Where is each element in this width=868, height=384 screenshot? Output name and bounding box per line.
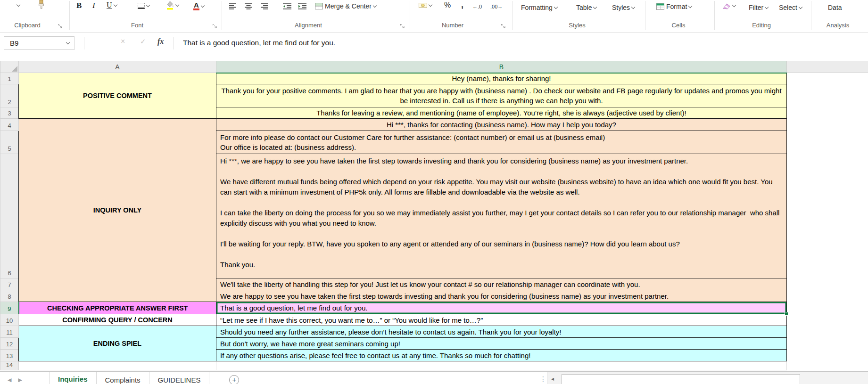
group-label-clipboard: Clipboard — [6, 22, 49, 29]
cell-B3[interactable]: Thanks for leaving a review, and mention… — [216, 107, 787, 119]
enter-button[interactable]: ✓ — [140, 37, 146, 46]
align-center-button[interactable] — [244, 3, 253, 9]
accounting-format-icon — [419, 2, 427, 8]
find-select-button[interactable]: Select — [779, 4, 802, 11]
row-header-2[interactable]: 2 — [0, 84, 19, 107]
cell-B10[interactable]: “Let me see if I have this correct, you … — [216, 314, 787, 326]
chevron-down-icon — [17, 3, 20, 7]
cell-B1[interactable]: Hey (name), thanks for sharing! — [216, 73, 787, 84]
align-left-button[interactable] — [229, 3, 238, 9]
scroll-left-icon[interactable]: ◂ — [551, 376, 554, 382]
sheet-tab-complaints[interactable]: Complaints — [97, 372, 149, 384]
column-header-A[interactable]: A — [19, 61, 216, 73]
cell-B8[interactable]: We are happy to see you have taken the f… — [216, 290, 787, 302]
font-color-button[interactable]: A — [193, 2, 204, 10]
clipboard-dialog-launcher[interactable] — [58, 22, 63, 28]
align-right-icon — [259, 3, 268, 9]
cell-B9-selected[interactable]: That is a good question, let me find out… — [216, 302, 787, 314]
chevron-down-icon — [373, 3, 377, 7]
row-header-1[interactable]: 1 — [0, 73, 19, 84]
align-right-button[interactable] — [259, 3, 268, 9]
sheet-tab-guidelines[interactable]: GUIDELINES — [149, 372, 210, 384]
sheet-tab-inquiries[interactable]: Inquiries — [49, 372, 97, 384]
cell-B5[interactable]: For more info please do contact our Cust… — [216, 131, 787, 154]
chevron-down-icon — [175, 3, 179, 7]
row-header-3[interactable]: 3 — [0, 107, 19, 119]
horizontal-scrollbar[interactable]: ◂ — [547, 372, 868, 384]
cell-styles-button[interactable]: Styles — [612, 4, 635, 11]
align-center-icon — [244, 3, 253, 9]
name-box[interactable]: B9 — [4, 36, 74, 50]
decrease-indent-button[interactable] — [283, 3, 291, 9]
next-sheet-icon[interactable]: ▶ — [18, 377, 22, 383]
accounting-format-button[interactable] — [419, 2, 432, 8]
increase-decimal-button[interactable]: ←.0 — [472, 4, 482, 9]
row-header-7[interactable]: 7 — [0, 278, 19, 290]
italic-button[interactable]: I — [92, 1, 95, 10]
cell-B14[interactable] — [216, 361, 787, 370]
cancel-button[interactable]: × — [121, 37, 125, 46]
row-header-4[interactable]: 4 — [0, 119, 19, 131]
chevron-down-icon — [765, 5, 769, 8]
chevron-down-icon — [799, 5, 802, 8]
cell-B6[interactable]: Hi ***, we are happy to see you have tak… — [216, 154, 787, 278]
row-header-6[interactable]: 6 — [0, 154, 19, 278]
chevron-down-icon — [429, 3, 432, 7]
prev-sheet-icon[interactable]: ◀ — [8, 377, 11, 383]
cell-A14[interactable] — [19, 361, 216, 370]
format-cells-icon — [656, 3, 664, 10]
new-sheet-button[interactable]: + — [229, 375, 239, 384]
row-header-5[interactable]: 5 — [0, 131, 19, 154]
insert-function-button[interactable]: fx — [157, 37, 164, 46]
chevron-down-icon — [201, 3, 205, 7]
fill-color-button[interactable] — [166, 1, 179, 10]
row-header-12[interactable]: 12 — [0, 338, 19, 350]
merge-center-button[interactable]: Merge & Center — [315, 2, 376, 10]
format-painter-button[interactable] — [38, 0, 45, 10]
horizontal-scrollbar-thumb[interactable] — [562, 374, 800, 384]
selection-fill-handle[interactable] — [785, 312, 788, 316]
cell-A10-confirming-query[interactable]: CONFIRMING QUERY / CONCERN — [19, 314, 216, 326]
row-header-14[interactable]: 14 — [0, 361, 19, 370]
column-header-B[interactable]: B — [216, 61, 787, 73]
cell-B2[interactable]: Thank you for your positive comments. I … — [216, 84, 787, 107]
row-header-13[interactable]: 13 — [0, 350, 19, 361]
increase-indent-button[interactable] — [298, 3, 306, 9]
clear-button[interactable] — [722, 2, 736, 9]
format-cells-button[interactable]: Format — [656, 3, 692, 10]
cell-B12[interactable]: But don't worry, we have more great semi… — [216, 338, 787, 350]
font-dialog-launcher[interactable] — [212, 22, 218, 28]
select-all-corner[interactable] — [0, 61, 19, 73]
cell-B4[interactable]: Hi ***, thanks for contacting (business … — [216, 119, 787, 131]
sort-filter-button[interactable]: Filter — [749, 4, 768, 11]
cell-A1-positive-comment[interactable]: POSITIVE COMMENT — [19, 73, 216, 119]
conditional-formatting-button[interactable]: Formatting — [521, 4, 557, 11]
decrease-indent-icon — [283, 3, 291, 9]
cell-A9-checking-answer[interactable]: CHECKING APPROPRIATE ANSWER FIRST — [19, 302, 216, 314]
paste-dropdown-button[interactable] — [17, 5, 20, 6]
cell-B11[interactable]: Should you need any further assistance, … — [216, 326, 787, 338]
percent-style-button[interactable]: % — [444, 1, 451, 9]
decrease-decimal-button[interactable]: .00→ — [490, 4, 503, 9]
cell-A4-inquiry-only[interactable]: INQUIRY ONLY — [19, 119, 216, 302]
borders-button[interactable] — [138, 3, 149, 9]
alignment-dialog-launcher[interactable] — [400, 22, 405, 28]
row-header-8[interactable]: 8 — [0, 290, 19, 302]
increase-indent-icon — [298, 3, 306, 9]
format-painter-icon — [38, 0, 45, 10]
underline-button[interactable]: U — [107, 1, 117, 9]
chevron-down-icon — [554, 5, 558, 8]
data-analysis-button[interactable]: Data — [828, 4, 842, 11]
row-header-11[interactable]: 11 — [0, 326, 19, 338]
formula-input[interactable]: That is a good question, let me find out… — [183, 33, 868, 53]
comma-style-button[interactable]: , — [461, 0, 463, 10]
bold-button[interactable]: B — [76, 1, 82, 10]
row-header-10[interactable]: 10 — [0, 314, 19, 326]
merge-center-icon — [315, 3, 323, 9]
format-as-table-button[interactable]: Table — [576, 4, 596, 11]
cell-B13[interactable]: If any other questions arise, please fee… — [216, 350, 787, 361]
cell-A11-ending-spiel[interactable]: ENDING SPIEL — [19, 326, 216, 361]
cell-B7[interactable]: We'll take the liberty of handling this … — [216, 278, 787, 290]
row-header-9[interactable]: 9 — [0, 302, 19, 314]
number-dialog-launcher[interactable] — [501, 22, 506, 28]
